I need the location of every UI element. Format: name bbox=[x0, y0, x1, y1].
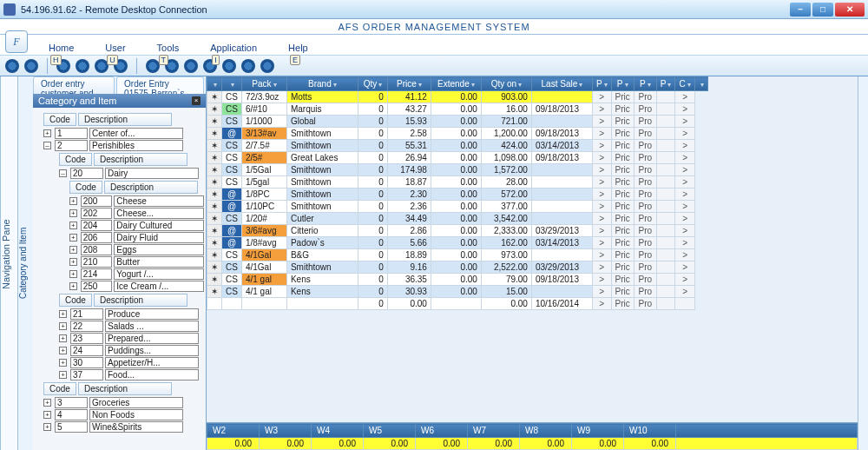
tree-item[interactable]: +5Wine&Spirits bbox=[43, 421, 204, 433]
grid-row[interactable]: ✶CS1/5GalSmithtown0174.980.001,572.00>Pr… bbox=[207, 164, 708, 176]
column-header[interactable]: Qty▾ bbox=[358, 77, 387, 91]
tree-item[interactable]: +200Cheese bbox=[69, 195, 204, 207]
grid-row[interactable]: ✶CS4/1 galKens036.350.0079.0009/18/2013>… bbox=[207, 274, 708, 286]
tree-item[interactable]: +4Non Foods bbox=[43, 409, 204, 420]
tree-item[interactable]: +21Produce bbox=[59, 308, 204, 320]
column-header[interactable]: ▾ bbox=[694, 77, 707, 91]
tree-item[interactable]: +3Groceries bbox=[43, 397, 204, 408]
tool-icon[interactable] bbox=[260, 59, 274, 73]
tree-item[interactable]: +210Butter bbox=[69, 256, 204, 268]
column-header[interactable]: P▾ bbox=[656, 77, 675, 91]
tree-item[interactable]: –2Perishibles bbox=[43, 140, 204, 151]
expand-icon[interactable]: + bbox=[69, 258, 77, 266]
grid-row[interactable]: ✶CS1/20#Cutler034.490.003,542.00>PricPro… bbox=[207, 213, 708, 225]
tool-icon[interactable] bbox=[5, 59, 19, 73]
grid-row[interactable]: ✶@1/8PCSmithtown02.300.00572.00>PricPro> bbox=[207, 189, 708, 201]
tool-icon[interactable] bbox=[76, 59, 89, 73]
tree-item[interactable]: +208Eggs bbox=[69, 244, 204, 255]
close-button[interactable]: ✕ bbox=[835, 3, 865, 17]
tool-icon[interactable] bbox=[24, 59, 38, 73]
expand-icon[interactable]: + bbox=[69, 270, 77, 278]
expand-icon[interactable]: + bbox=[69, 234, 77, 242]
maximize-button[interactable]: □ bbox=[812, 3, 833, 17]
expand-icon[interactable]: + bbox=[59, 347, 67, 354]
expand-icon[interactable]: + bbox=[59, 334, 67, 342]
column-header[interactable]: ▾ bbox=[222, 77, 242, 91]
tab-order-entry[interactable]: Order Entry 01575-Barron`s Deli [659] bbox=[116, 76, 204, 94]
tab-order-list[interactable]: Order entry customer and order list bbox=[33, 76, 115, 94]
tool-icon[interactable] bbox=[241, 59, 255, 73]
tree-item[interactable]: +204Dairy Cultured bbox=[69, 220, 204, 231]
grid-row[interactable]: ✶CS1/5galSmithtown018.870.0028.00>PricPr… bbox=[207, 176, 708, 189]
grid-row[interactable]: ✶CS72/3.9ozMotts041.120.00903.00>PricPro… bbox=[207, 91, 708, 103]
column-header[interactable]: Pack▾ bbox=[241, 77, 286, 91]
expand-icon[interactable]: – bbox=[43, 142, 51, 149]
column-header[interactable]: P▾ bbox=[592, 77, 611, 91]
expand-icon[interactable]: + bbox=[69, 282, 77, 290]
grid-row[interactable]: ✶@1/10PCSmithtown02.360.00377.00>PricPro… bbox=[207, 201, 708, 213]
expand-icon[interactable]: + bbox=[69, 197, 77, 205]
order-grid[interactable]: ▾▾Pack▾Brand▾Qty▾Price▾Extende▾Qty on▾La… bbox=[207, 76, 858, 422]
minimize-button[interactable]: – bbox=[790, 3, 811, 17]
tree-item[interactable]: +23Prepared... bbox=[59, 333, 204, 344]
column-header[interactable]: P▾ bbox=[634, 77, 656, 91]
expand-icon[interactable]: + bbox=[69, 246, 77, 254]
week-header: W5 bbox=[364, 424, 416, 438]
toolbar bbox=[0, 56, 868, 76]
tree-item[interactable]: +202Cheese... bbox=[69, 208, 204, 219]
expand-icon[interactable]: + bbox=[59, 322, 67, 330]
tree-item[interactable]: +24Puddings... bbox=[59, 345, 204, 356]
grid-row[interactable]: ✶CS2/5#Great Lakes026.940.001,098.0009/1… bbox=[207, 152, 708, 164]
right-gutter bbox=[858, 76, 868, 450]
menu-help[interactable]: HelpE bbox=[286, 41, 310, 55]
tree-item[interactable]: +206Dairy Fluid bbox=[69, 232, 204, 243]
grid-row[interactable]: ✶@3/6#avgCitterio02.860.002,333.0003/29/… bbox=[207, 225, 708, 237]
expand-icon[interactable]: + bbox=[43, 423, 51, 431]
tool-icon[interactable] bbox=[184, 59, 198, 73]
menu-home[interactable]: HomeH bbox=[47, 41, 76, 55]
week-header: W7 bbox=[468, 424, 520, 438]
column-header[interactable]: ▾ bbox=[207, 77, 222, 91]
navigation-pane-label[interactable]: Navigation Pane bbox=[0, 76, 17, 450]
panel-close-icon[interactable]: × bbox=[192, 96, 201, 105]
menu-user[interactable]: UserU bbox=[103, 41, 127, 55]
tree-item[interactable]: +37Food... bbox=[59, 369, 204, 381]
column-header[interactable]: C▾ bbox=[675, 77, 694, 91]
category-side-tab[interactable]: Category and Item bbox=[17, 76, 33, 450]
column-header[interactable]: P▾ bbox=[611, 77, 634, 91]
tree-item[interactable]: +250Ice Cream /... bbox=[69, 281, 204, 292]
grid-row[interactable]: ✶@3/13#avSmithtown02.580.001,200.0009/18… bbox=[207, 128, 708, 140]
grid-row[interactable]: ✶CS4/1GalB&G018.890.00973.00>PricPro> bbox=[207, 249, 708, 261]
column-header[interactable]: Brand▾ bbox=[286, 77, 358, 91]
tool-icon[interactable] bbox=[146, 59, 160, 73]
column-header[interactable]: Qty on▾ bbox=[481, 77, 531, 91]
tool-icon[interactable] bbox=[222, 59, 236, 73]
grid-row[interactable]: ✶CS2/7.5#Smithtown055.310.00424.0003/14/… bbox=[207, 140, 708, 152]
menu-application[interactable]: ApplicationI bbox=[208, 41, 259, 55]
expand-icon[interactable]: + bbox=[59, 371, 67, 379]
expand-icon[interactable]: – bbox=[59, 169, 67, 177]
tree-item[interactable]: +22Salads ... bbox=[59, 321, 204, 332]
tree-item[interactable]: +30Appetizer/H... bbox=[59, 357, 204, 368]
expand-icon[interactable]: + bbox=[69, 209, 77, 217]
expand-icon[interactable]: + bbox=[43, 129, 51, 137]
expand-icon[interactable]: + bbox=[59, 310, 67, 318]
week-header: W4 bbox=[312, 424, 364, 438]
grid-row[interactable]: ✶@1/8#avgPadow`s05.660.00162.0003/14/201… bbox=[207, 237, 708, 249]
file-menu-button[interactable]: F bbox=[5, 30, 28, 53]
grid-row[interactable]: ✶CS6/#10Marquis043.270.0016.0009/18/2013… bbox=[207, 103, 708, 116]
column-header[interactable]: Extende▾ bbox=[431, 77, 481, 91]
grid-row[interactable]: ✶CS4/1GalSmithtown09.160.002,522.0003/29… bbox=[207, 261, 708, 274]
column-header[interactable]: Price▾ bbox=[387, 77, 431, 91]
expand-icon[interactable]: + bbox=[59, 359, 67, 367]
expand-icon[interactable]: + bbox=[43, 399, 51, 407]
grid-row[interactable]: ✶CS4/1 galKens030.930.0015.00>PricPro> bbox=[207, 286, 708, 298]
tree-item[interactable]: +1Center of... bbox=[43, 128, 204, 139]
tree-item[interactable]: +214Yogurt /... bbox=[69, 268, 204, 280]
tree-item[interactable]: –20Dairy bbox=[59, 168, 204, 179]
column-header[interactable]: Last Sale▾ bbox=[531, 77, 592, 91]
expand-icon[interactable]: + bbox=[43, 411, 51, 419]
menu-tools[interactable]: ToolsT bbox=[155, 41, 181, 55]
expand-icon[interactable]: + bbox=[69, 222, 77, 229]
grid-row[interactable]: ✶CS1/1000Global015.930.00721.00>PricPro> bbox=[207, 116, 708, 128]
